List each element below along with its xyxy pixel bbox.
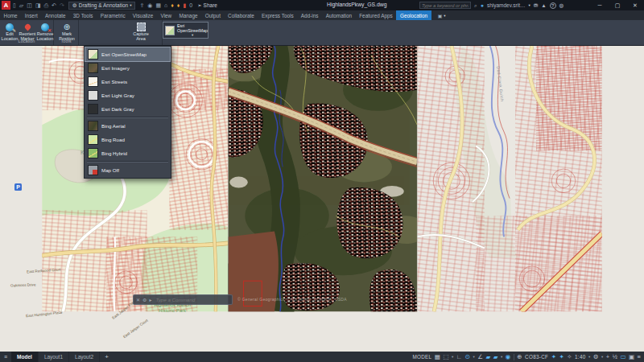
close-button[interactable]: ✕ xyxy=(626,0,644,10)
chevron-down-icon[interactable]: ▾ xyxy=(601,355,603,359)
tab-view[interactable]: View xyxy=(157,10,175,20)
share-button[interactable]: ➣ Share xyxy=(197,2,217,9)
tab-output[interactable]: Output xyxy=(201,10,224,20)
annotation-visibility-icon[interactable]: ✦ xyxy=(551,353,556,360)
menu-item-esri-imagery[interactable]: Esri Imagery xyxy=(85,61,170,75)
tab-geolocation[interactable]: Geolocation xyxy=(396,10,431,20)
capture-area-button[interactable]: Capture Area xyxy=(130,22,151,42)
map-type-button[interactable]: Esri OpenStreetMap ▾ xyxy=(163,22,208,39)
graphics-performance-icon[interactable]: ▭ xyxy=(620,353,625,360)
parking-icon: P xyxy=(14,183,22,191)
save-icon[interactable]: ◫ xyxy=(27,1,32,10)
save-as-icon[interactable]: ◨ xyxy=(35,1,41,10)
search-icon[interactable]: ⌕ xyxy=(474,2,477,9)
menu-item-map-off[interactable]: Map Off xyxy=(85,163,170,177)
annotation-scale-icon[interactable]: ✧ xyxy=(567,353,572,360)
tab-annotate[interactable]: Annotate xyxy=(41,10,69,20)
chevron-down-icon[interactable]: ▾ xyxy=(588,355,590,359)
search-input[interactable] xyxy=(420,2,470,8)
chevron-down-icon[interactable]: ▾ xyxy=(501,355,502,359)
tab-3d-tools[interactable]: 3D Tools xyxy=(69,10,97,20)
dark-gray-thumbnail-icon xyxy=(88,104,98,114)
tab-home[interactable]: Home xyxy=(0,10,21,20)
customize-icon[interactable]: ⚙ xyxy=(142,297,147,302)
annotation-scale-value[interactable]: 1:40 xyxy=(575,354,585,360)
ortho-toggle-icon[interactable]: ∟ xyxy=(456,353,462,360)
menu-item-esri-openstreetmap[interactable]: Esri OpenStreetMap xyxy=(85,47,170,61)
map-off-thumbnail-icon xyxy=(88,165,98,175)
basemap-icon xyxy=(165,26,175,35)
command-line[interactable]: ✕ ⚙ ▸ xyxy=(133,294,233,305)
chevron-down-icon[interactable]: ▾ xyxy=(452,355,453,359)
tab-manage[interactable]: Manage xyxy=(175,10,201,20)
search-box[interactable] xyxy=(419,2,471,9)
trial-icon[interactable]: ♦ xyxy=(171,1,174,10)
isodraft-icon[interactable]: ▰ xyxy=(485,353,490,360)
autodesk-app-icon[interactable]: ▲ xyxy=(541,2,546,8)
tab-visualize[interactable]: Visualize xyxy=(129,10,157,20)
annotation-autoscale-icon[interactable]: ✦ xyxy=(559,353,564,360)
alert-icon[interactable]: ▮ xyxy=(183,1,186,10)
layout-menu-icon[interactable]: ≡ xyxy=(0,354,11,360)
menu-item-bing-aerial[interactable]: Bing Aerial xyxy=(85,119,170,133)
tab-insert[interactable]: Insert xyxy=(21,10,41,20)
tab-model[interactable]: Model xyxy=(11,352,39,362)
close-icon[interactable]: ✕ xyxy=(136,297,140,302)
customize-menu-icon[interactable]: ≡ xyxy=(638,353,641,360)
new-file-icon[interactable]: ▯ xyxy=(13,1,16,10)
object-snap-icon[interactable]: ▰ xyxy=(493,353,498,360)
grid-toggle-icon[interactable]: ▦ xyxy=(435,353,440,360)
selection-cycling-icon[interactable]: ◉ xyxy=(506,353,511,360)
tab-express-tools[interactable]: Express Tools xyxy=(258,10,297,20)
ribbon-options[interactable]: ▣ ▾ xyxy=(438,10,446,20)
layers-icon[interactable]: ▦ xyxy=(155,1,161,10)
username[interactable]: shiyamdev.srit… xyxy=(487,2,526,8)
tab-layout2[interactable]: Layout2 xyxy=(69,352,100,362)
geolocation-globe-icon[interactable]: ⊕ xyxy=(517,353,522,360)
redo-icon[interactable]: ↷ xyxy=(60,1,64,10)
undo-icon[interactable]: ↶ xyxy=(52,1,56,10)
polar-tracking-icon[interactable]: ⊙ xyxy=(465,353,470,360)
ribbon-state-icon: ▣ xyxy=(438,13,443,19)
map-attribution: © General Geographics, CMS Adhoc, DLMSDA… xyxy=(237,297,347,302)
coordinate-system-badge[interactable]: CO83-CF xyxy=(525,354,548,360)
workspace-gear-icon[interactable]: ⚙ xyxy=(593,353,599,360)
menu-item-bing-road[interactable]: Bing Road xyxy=(85,133,170,146)
status-bar: ≡ Model Layout1 Layout2 + MODEL ▦ ⬚▾ ∟ ⊙… xyxy=(0,352,644,362)
menu-item-esri-dark-gray[interactable]: Esri Dark Gray xyxy=(85,102,170,116)
share-label: Share xyxy=(204,2,217,8)
tab-featured-apps[interactable]: Featured Apps xyxy=(356,10,397,20)
tab-add-ins[interactable]: Add-ins xyxy=(297,10,322,20)
drive-icon[interactable]: ⌂ xyxy=(164,1,167,10)
model-space-indicator[interactable]: MODEL xyxy=(412,354,431,360)
plot-icon[interactable]: ⎙ xyxy=(44,1,49,10)
tab-collaborate[interactable]: Collaborate xyxy=(225,10,258,20)
tab-layout1[interactable]: Layout1 xyxy=(39,352,69,362)
menu-item-bing-hybrid[interactable]: Bing Hybrid xyxy=(85,146,170,160)
tab-automation[interactable]: Automation xyxy=(322,10,356,20)
notification-icon[interactable]: ◍ xyxy=(559,2,564,9)
menu-item-esri-light-gray[interactable]: Esri Light Gray xyxy=(85,88,170,102)
maximize-button[interactable]: ▢ xyxy=(609,0,626,10)
reward-icon[interactable]: ♦ xyxy=(177,1,180,10)
snap-toggle-icon[interactable]: ⬚ xyxy=(443,353,448,360)
sheet-icon[interactable]: ⇪ xyxy=(139,1,144,10)
command-input[interactable] xyxy=(154,296,229,303)
workspace-switcher[interactable]: ⚙ Drafting & Annotation ▾ xyxy=(68,2,136,10)
panel-location: ✎ Edit Location Reorient Marker ✕ Remove… xyxy=(0,20,54,45)
eye-icon[interactable]: ◉ xyxy=(147,1,152,10)
chevron-down-icon[interactable]: ▾ xyxy=(473,355,474,359)
tab-parametric[interactable]: Parametric xyxy=(97,10,129,20)
annotation-monitor-icon[interactable]: + xyxy=(606,353,609,360)
clean-screen-icon[interactable]: ▣ xyxy=(629,353,634,360)
app-logo[interactable]: A xyxy=(2,1,10,10)
units-icon[interactable]: ½ xyxy=(613,353,617,360)
new-layout-button[interactable]: + xyxy=(100,353,114,360)
help-icon[interactable]: ? xyxy=(550,2,556,9)
minimize-button[interactable]: ─ xyxy=(591,0,609,10)
object-snap-tracking-icon[interactable]: ∠ xyxy=(477,353,483,360)
bing-road-thumbnail-icon xyxy=(88,134,98,145)
store-icon[interactable]: ⛃ xyxy=(534,2,538,9)
menu-item-esri-streets[interactable]: Esri Streets xyxy=(85,75,170,88)
open-folder-icon[interactable]: ▱ xyxy=(19,1,23,10)
